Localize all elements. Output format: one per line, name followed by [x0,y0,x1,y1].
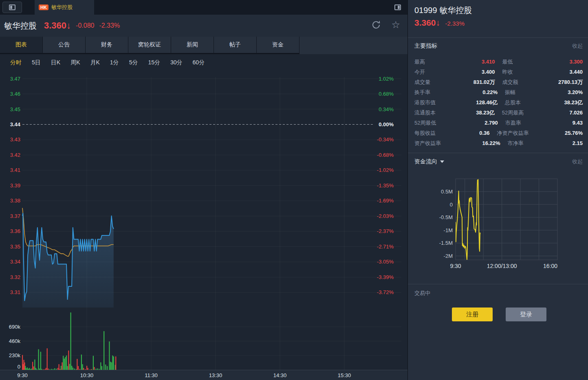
price-change: -0.080 [76,22,94,29]
indicator-label: 最高 [414,57,425,67]
svg-text:3.39: 3.39 [10,182,20,189]
favorite-star-icon[interactable]: ☆ [391,20,400,30]
period-tab[interactable]: 月K [90,59,99,66]
price-change-pct: -2.33% [99,22,120,29]
indicator-label: 港股市值 [414,97,436,108]
indicators-title: 主要指标 [414,42,437,50]
svg-text:3.34: 3.34 [10,259,20,265]
indicator-row: 52周最低2.790市盈率9.43 [414,118,583,128]
price-value: 3.360 [44,20,66,31]
price-value: 3.360 [414,18,436,27]
nav-tab[interactable]: 财务 [86,37,128,53]
svg-text:3.37: 3.37 [10,213,20,219]
indicator-value: 25.76% [529,128,583,138]
period-tab[interactable]: 周K [70,59,80,66]
period-tab[interactable]: 15分 [148,59,160,66]
period-tab[interactable]: 30分 [170,59,183,66]
left-panel-toggle-button[interactable] [2,2,22,13]
svg-text:-1.02%: -1.02% [377,167,394,173]
indicator-label: 成交量 [414,77,430,87]
indicator-value: 831.02万 [430,77,495,87]
indicator-value: 9.43 [521,118,583,128]
indicator-row: 今开3.400昨收3.440 [414,67,583,77]
stock-name: 敏华控股 [4,20,37,31]
svg-text:3.42: 3.42 [10,152,20,158]
fund-flow-title-label: 资金流向 [414,158,437,165]
down-arrow-icon: ↓ [66,20,71,31]
period-tab[interactable]: 分时 [10,59,22,66]
indicator-label: 每股收益 [414,128,436,138]
window-tab-bar: HK 敏华控股 [0,0,407,15]
indicator-row: 成交量831.02万成交额2780.13万 [414,77,583,87]
svg-text:0.34%: 0.34% [379,106,394,112]
indicator-label: 52周最高 [502,108,524,118]
indicator-row: 换手率0.22%振幅3.20% [414,87,583,97]
indicator-row: 港股市值128.46亿总股本38.23亿 [414,97,583,108]
fund-flow-title[interactable]: 资金流向 [414,158,444,165]
svg-text:3.31: 3.31 [10,289,20,295]
indicator-label: 成交额 [502,77,518,87]
chevron-down-icon [440,160,444,163]
indicator-label: 市盈率 [505,118,521,128]
intraday-chart[interactable]: 3.473.463.453.443.433.423.413.393.383.37… [0,71,407,380]
indicator-value: 7.026 [524,108,583,118]
refresh-icon[interactable] [371,20,381,30]
nav-tab[interactable]: 帖子 [214,37,256,53]
svg-text:230k: 230k [9,352,21,358]
down-arrow-icon: ↓ [436,18,440,27]
svg-text:12:00/13:00: 12:00/13:00 [487,263,517,269]
period-tab[interactable]: 日K [51,59,60,66]
indicator-row: 最高3.410最低3.300 [414,57,583,67]
market-badge: HK [39,4,48,10]
svg-text:-3.05%: -3.05% [377,259,394,265]
register-button[interactable]: 注册 [452,308,493,321]
indicator-row: 资产收益率16.22%市净率2.15 [414,138,583,148]
svg-text:-2.03%: -2.03% [377,213,394,219]
fund-flow-chart[interactable]: 0.5M0-0.5M-1M-1.5M-2M9:3012:00/13:0016:0… [408,170,588,276]
svg-text:3.46: 3.46 [10,91,20,97]
indicator-value: 128.46亿 [436,97,498,108]
nav-tab[interactable]: 窝轮权证 [128,37,171,53]
right-panel-price-row: 3.360↓ -2.33% [414,18,465,28]
nav-tabs-filler [300,37,407,54]
indicator-value: 38.23亿 [436,108,495,118]
login-button[interactable]: 登录 [506,308,546,321]
fund-flow-collapse-link[interactable]: 收起 [572,158,583,165]
period-tab[interactable]: 1分 [110,59,119,66]
svg-text:3.45: 3.45 [10,106,20,112]
right-panel-change-pct: -2.33% [445,20,465,27]
period-tab[interactable]: 5日 [32,59,41,66]
svg-text:-1.69%: -1.69% [377,198,394,204]
indicator-label: 52周最低 [414,118,436,128]
stock-tab-label: 敏华控股 [51,4,73,11]
stock-tab[interactable]: HK 敏华控股 [35,0,94,15]
svg-text:-1.5M: -1.5M [439,240,453,246]
period-tab[interactable]: 60分 [193,59,205,66]
nav-tab[interactable]: 公告 [43,37,85,53]
svg-text:3.35: 3.35 [10,244,20,250]
indicator-value: 3.400 [425,67,495,77]
indicator-label: 流通股本 [414,108,436,118]
indicator-label: 市净率 [508,138,524,148]
indicators-collapse-link[interactable]: 收起 [572,42,583,50]
svg-text:0.00%: 0.00% [379,121,394,127]
nav-tab[interactable]: 图表 [0,37,42,53]
indicator-value: 38.23亿 [521,97,583,108]
right-panel-toggle-button[interactable] [393,3,403,12]
indicator-value: 3.440 [513,67,583,77]
nav-tab[interactable]: 新闻 [171,37,214,53]
period-tab[interactable]: 5分 [129,59,138,66]
current-price: 3.360↓ [44,20,71,31]
svg-text:1.02%: 1.02% [379,76,394,82]
indicator-label: 今开 [414,67,425,77]
svg-text:3.47: 3.47 [10,76,20,82]
fund-flow-header: 资金流向 收起 [414,158,583,165]
indicator-value: 16.22% [441,138,500,148]
svg-text:15:30: 15:30 [338,372,351,378]
indicator-value: 3.410 [425,57,495,67]
indicator-value: 3.20% [515,87,583,97]
right-panel: 01999 敏华控股 3.360↓ -2.33% 主要指标 收起 最高3.410… [407,0,588,380]
svg-text:-2.71%: -2.71% [377,244,394,250]
nav-tab[interactable]: 资金 [257,37,299,53]
svg-text:11:30: 11:30 [145,372,158,378]
